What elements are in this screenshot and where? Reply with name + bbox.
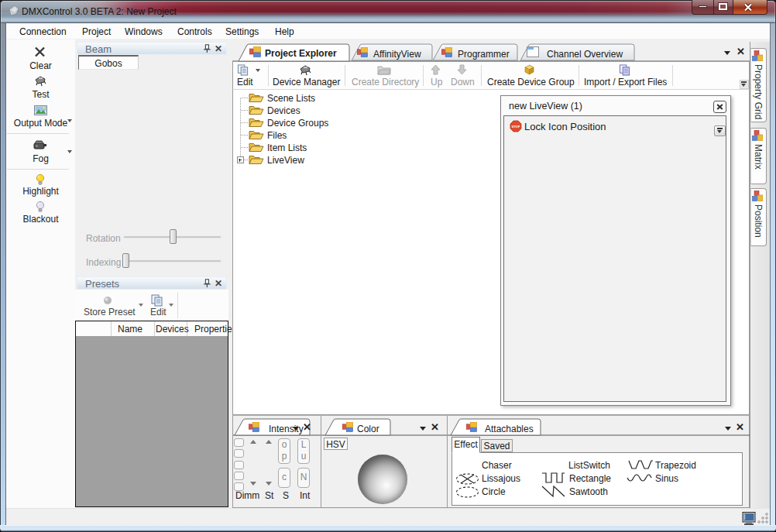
svg-text:STOP: STOP: [512, 125, 520, 129]
